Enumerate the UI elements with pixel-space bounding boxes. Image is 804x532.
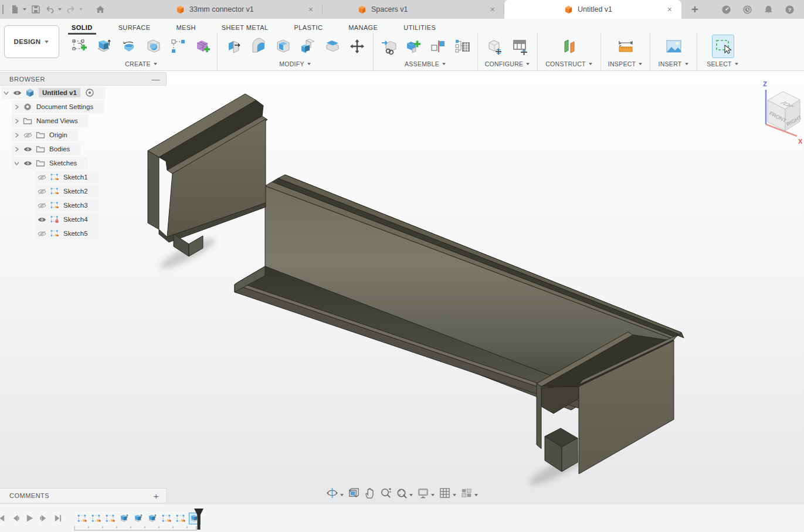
browser-item-label[interactable]: Named Views [36, 117, 78, 124]
pan-button[interactable] [364, 487, 376, 501]
add-comment-icon[interactable]: + [154, 491, 159, 501]
ribbon-tab-solid[interactable]: SOLID [70, 21, 94, 33]
fillet-icon[interactable] [247, 35, 270, 58]
collapse-icon[interactable] [12, 161, 21, 166]
browser-header[interactable]: BROWSER — [0, 72, 167, 86]
combine-icon[interactable] [297, 35, 319, 58]
timeline-feature-extrude-5[interactable] [133, 513, 144, 524]
help-icon[interactable]: ? [783, 3, 796, 16]
document-tab-1[interactable]: 33mm connector v1 × [141, 0, 323, 19]
grid-button[interactable] [439, 487, 457, 501]
configuration-table-icon[interactable] [509, 35, 531, 58]
hole-icon[interactable] [143, 35, 165, 58]
browser-row-document-settings[interactable]: Document Settings [0, 100, 167, 114]
browser-item-label[interactable]: Document Settings [36, 103, 93, 110]
close-tab-icon[interactable]: × [305, 5, 317, 14]
new-document-tab-button[interactable]: + [681, 0, 708, 19]
browser-row-sketch5[interactable]: Sketch5 [0, 226, 167, 240]
joint-icon[interactable] [427, 35, 449, 58]
browser-item-label[interactable]: Untitled v1 [39, 88, 80, 97]
ribbon-tab-mesh[interactable]: MESH [175, 21, 196, 33]
browser-item-label[interactable]: Sketch1 [63, 174, 88, 181]
browser-row-untitled-v1[interactable]: Untitled v1 [0, 86, 167, 100]
collapse-icon[interactable] [1, 90, 11, 96]
shell-icon[interactable] [272, 35, 294, 58]
workspace-switcher[interactable]: DESIGN [4, 25, 59, 58]
timeline-feature-sketch-7[interactable] [161, 513, 172, 524]
document-tab-2[interactable]: Spacers v1 × [323, 0, 504, 19]
visibility-on-icon[interactable] [21, 158, 34, 168]
step-back-button[interactable] [10, 513, 21, 524]
insert-derive-icon[interactable] [378, 35, 400, 58]
chevron-down-icon[interactable] [474, 489, 479, 500]
group-label-construct[interactable]: CONSTRUCT [545, 59, 593, 70]
browser-item-label[interactable]: Sketches [49, 160, 77, 167]
create-sketch-icon[interactable] [69, 35, 91, 58]
zoom-button[interactable] [379, 487, 392, 501]
create-form-icon[interactable] [192, 35, 214, 58]
visibility-off-icon[interactable] [35, 187, 48, 196]
undo-button[interactable] [43, 3, 56, 16]
group-label-select[interactable]: SELECT [707, 59, 739, 70]
browser-row-sketch2[interactable]: Sketch2 [0, 184, 167, 198]
timeline-feature-sketch-3[interactable] [104, 513, 116, 524]
play-button[interactable] [24, 513, 35, 524]
redo-caret[interactable] [79, 3, 84, 16]
comments-panel[interactable]: COMMENTS + [0, 488, 167, 503]
timeline-feature-sketch-1[interactable] [76, 513, 88, 524]
redo-button[interactable] [65, 3, 77, 16]
chevron-down-icon[interactable] [409, 489, 413, 500]
browser-row-bodies[interactable]: Bodies [0, 142, 167, 156]
select-icon[interactable] [712, 35, 734, 58]
visibility-on-icon[interactable] [11, 88, 23, 98]
revolve-icon[interactable] [118, 35, 140, 58]
new-component-icon[interactable] [402, 35, 425, 58]
fit-button[interactable] [395, 487, 413, 501]
chevron-down-icon[interactable] [430, 489, 435, 500]
ribbon-tab-utilities[interactable]: UTILITIES [402, 21, 437, 33]
ribbon-tab-surface[interactable]: SURFACE [117, 21, 152, 33]
minimize-browser-icon[interactable]: — [151, 74, 160, 84]
save-button[interactable] [29, 3, 42, 16]
browser-item-label[interactable]: Origin [49, 131, 67, 138]
timeline-feature-sketch-2[interactable] [90, 513, 102, 524]
visibility-off-icon[interactable] [35, 201, 48, 211]
timeline-feature-extrude-4[interactable] [118, 513, 130, 524]
visibility-off-icon[interactable] [21, 130, 34, 140]
group-label-create[interactable]: CREATE [125, 59, 158, 70]
visibility-on-icon[interactable] [35, 215, 48, 225]
go-to-end-button[interactable] [52, 513, 63, 524]
timeline-playhead[interactable] [194, 508, 204, 530]
model-geometry[interactable] [148, 94, 684, 474]
visibility-off-icon[interactable] [35, 172, 48, 182]
browser-item-label[interactable]: Sketch2 [63, 188, 88, 195]
browser-row-sketches[interactable]: Sketches [0, 156, 167, 170]
orbit-button[interactable] [326, 487, 344, 501]
timeline-feature-sketch-8[interactable] [175, 513, 186, 524]
numbering-icon[interactable] [452, 35, 474, 58]
display-settings-button[interactable] [417, 487, 435, 501]
extrude-icon[interactable] [93, 35, 116, 58]
move-copy-icon[interactable] [346, 35, 368, 58]
go-to-start-button[interactable] [0, 513, 7, 524]
3d-viewport[interactable]: TOP FRONT RIGHT Z X BROWSER — Untitled v… [0, 71, 804, 504]
pattern-icon[interactable] [167, 35, 189, 58]
visibility-off-icon[interactable] [35, 229, 48, 239]
ribbon-tab-manage[interactable]: MANAGE [347, 21, 379, 33]
step-forward-button[interactable] [38, 513, 49, 524]
activate-component-radio[interactable] [85, 88, 95, 97]
browser-item-label[interactable]: Sketch4 [63, 216, 88, 223]
expand-icon[interactable] [12, 133, 21, 138]
document-tab-active[interactable]: Untitled v1 × [504, 0, 681, 19]
browser-row-origin[interactable]: Origin [0, 128, 167, 142]
group-label-configure[interactable]: CONFIGURE [485, 59, 531, 70]
group-label-insert[interactable]: INSERT [658, 59, 688, 70]
insert-image-icon[interactable] [663, 35, 685, 58]
ribbon-tab-plastic[interactable]: PLASTIC [293, 21, 324, 33]
ribbon-tab-sheet-metal[interactable]: SHEET METAL [220, 21, 270, 33]
press-pull-icon[interactable] [223, 35, 245, 58]
measure-icon[interactable] [615, 35, 637, 58]
chevron-down-icon[interactable] [340, 489, 344, 500]
group-label-inspect[interactable]: INSPECT [608, 59, 643, 70]
split-body-icon[interactable] [321, 35, 344, 58]
